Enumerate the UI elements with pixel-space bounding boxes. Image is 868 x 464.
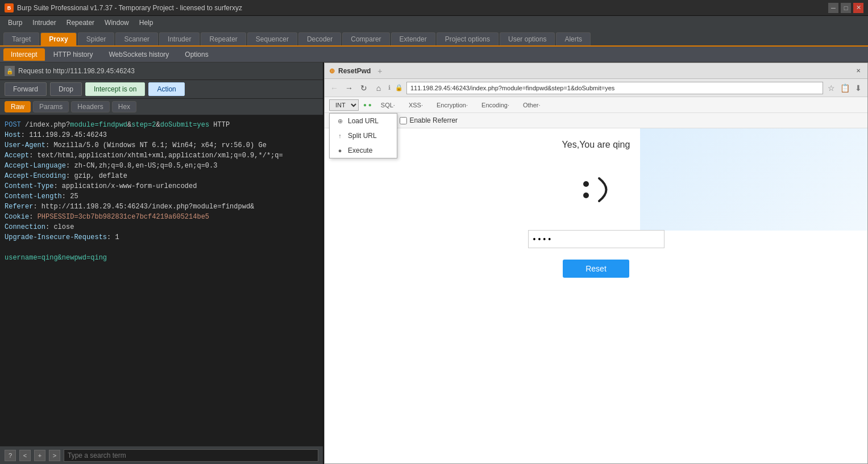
tab-proxy[interactable]: Proxy <box>40 32 76 45</box>
sqlmap-encryption-button[interactable]: Encryption· <box>432 101 472 110</box>
tab-extender[interactable]: Extender <box>391 32 435 45</box>
page-message: Yes,You are qing <box>562 140 630 150</box>
nav-separator: ℹ <box>388 84 391 91</box>
context-menu-execute[interactable]: ● Execute <box>330 143 397 158</box>
execute-icon: ● <box>335 146 344 155</box>
tab-comparer[interactable]: Comparer <box>342 32 389 45</box>
nav-home-button[interactable]: ⌂ <box>372 82 385 94</box>
intercept-toggle-button[interactable]: Intercept is on <box>85 82 145 96</box>
action-button[interactable]: Action <box>148 82 184 96</box>
search-add-button[interactable]: + <box>34 450 45 461</box>
context-menu-load-url[interactable]: ⊕ Load URL <box>330 114 397 128</box>
sqlmap-sql-button[interactable]: SQL· <box>376 101 400 110</box>
title-bar-controls[interactable]: ─ □ ✕ <box>828 3 863 13</box>
tab-spider[interactable]: Spider <box>78 32 115 45</box>
enable-referrer-label: Enable Referrer <box>409 116 458 124</box>
tab-intruder[interactable]: Intruder <box>159 32 200 45</box>
menu-window[interactable]: Window <box>100 18 134 28</box>
sqlmap-xss-button[interactable]: XSS· <box>404 101 427 110</box>
face-svg <box>574 167 619 212</box>
editor-tab-hex[interactable]: Hex <box>112 101 136 112</box>
browser-title-controls: ✕ <box>854 66 863 76</box>
request-line-3: User-Agent: Mozilla/5.0 (Windows NT 6.1;… <box>5 140 318 151</box>
nav-back-button[interactable]: ← <box>328 82 340 94</box>
address-bar[interactable] <box>406 82 823 94</box>
nav-bookmark-button[interactable]: 📋 <box>839 82 850 94</box>
request-url-label: Request to http://111.198.29.45:46243 <box>18 67 135 75</box>
editor-tab-headers[interactable]: Headers <box>71 101 109 112</box>
browser-close-button[interactable]: ✕ <box>854 66 863 76</box>
sad-face-icon <box>574 167 619 219</box>
request-line-12: Upgrade-Insecure-Requests: 1 <box>5 232 318 243</box>
request-line-7: Content-Type: application/x-www-form-url… <box>5 181 318 191</box>
forward-button[interactable]: Forward <box>5 82 47 96</box>
menu-repeater[interactable]: Repeater <box>62 18 99 28</box>
context-menu-execute-label: Execute <box>348 147 372 154</box>
tab-user-options[interactable]: User options <box>500 32 555 45</box>
app-icon: B <box>5 3 14 12</box>
browser-favicon: ⊕ <box>329 67 335 75</box>
search-prev-button[interactable]: < <box>19 450 31 461</box>
browser-content: Yes,You are qing Reset <box>325 128 867 463</box>
context-menu-split-url-label: Split URL <box>348 132 377 140</box>
request-line-14: username=qing&newpwd=qing <box>5 253 318 263</box>
request-line-9: Referer: http://111.198.29.45:46243/inde… <box>5 202 318 212</box>
sub-tab-websockets-history[interactable]: WebSockets history <box>102 48 177 61</box>
nav-download-button[interactable]: ⬇ <box>853 82 864 94</box>
load-url-icon: ⊕ <box>335 116 344 126</box>
menu-intruder[interactable]: Intruder <box>28 18 60 28</box>
editor-tab-bar: Raw Params Headers Hex <box>0 99 323 115</box>
menu-help[interactable]: Help <box>135 18 158 28</box>
nav-refresh-button[interactable]: ↻ <box>358 82 370 94</box>
search-help-button[interactable]: ? <box>5 450 16 461</box>
tab-target[interactable]: Target <box>3 32 39 45</box>
request-line-5: Accept-Language: zh-CN,zh;q=0.8,en-US;q=… <box>5 161 318 171</box>
editor-tab-raw[interactable]: Raw <box>5 101 31 112</box>
tab-scanner[interactable]: Scanner <box>115 32 158 45</box>
context-menu: ⊕ Load URL ↑ Split URL ● Execute <box>329 113 397 158</box>
request-line-1: POST /index.php?module=findpwd&step=2&do… <box>5 120 318 130</box>
sub-tab-intercept[interactable]: Intercept <box>3 48 45 61</box>
svg-point-1 <box>583 193 589 198</box>
close-button[interactable]: ✕ <box>853 3 863 13</box>
nav-forward-button[interactable]: → <box>343 82 355 94</box>
browser-window: ⊕ ResetPwd + ✕ ← → ↻ ⌂ ℹ 🔒 ☆ 📋 ⬇ <box>324 62 868 464</box>
tab-alerts[interactable]: Alerts <box>556 32 591 45</box>
context-menu-split-url[interactable]: ↑ Split URL <box>330 128 397 143</box>
int-dropdown[interactable]: INT <box>329 99 359 111</box>
editor-tab-params[interactable]: Params <box>33 101 69 112</box>
drop-button[interactable]: Drop <box>50 82 82 96</box>
green-dot-icon: ● ● <box>363 102 372 108</box>
sqlmap-encoding-button[interactable]: Encoding· <box>477 101 514 110</box>
reset-button[interactable]: Reset <box>563 260 629 278</box>
window-title: Burp Suite Professional v1.7.37 - Tempor… <box>17 4 242 12</box>
browser-nav-bar: ← → ↻ ⌂ ℹ 🔒 ☆ 📋 ⬇ <box>325 79 867 97</box>
enable-bar: Enable Post data Enable Referrer <box>325 113 867 128</box>
sqlmap-other-button[interactable]: Other· <box>518 101 545 110</box>
main-tab-bar: Target Proxy Spider Scanner Intruder Rep… <box>0 30 868 47</box>
main-content: 🔒 Request to http://111.198.29.45:46243 … <box>0 62 868 464</box>
search-input[interactable] <box>64 449 318 462</box>
search-next-button[interactable]: > <box>49 450 60 461</box>
sub-tab-http-history[interactable]: HTTP history <box>46 48 101 61</box>
nav-star-button[interactable]: ☆ <box>825 82 837 94</box>
tab-decoder[interactable]: Decoder <box>298 32 341 45</box>
menu-burp[interactable]: Burp <box>3 18 27 28</box>
request-body: POST /index.php?module=findpwd&step=2&do… <box>0 115 323 446</box>
request-line-11: Connection: close <box>5 222 318 232</box>
split-url-icon: ↑ <box>335 131 344 140</box>
title-bar: B Burp Suite Professional v1.7.37 - Temp… <box>0 0 868 16</box>
browser-new-tab-button[interactable]: + <box>377 66 382 76</box>
maximize-button[interactable]: □ <box>841 3 851 13</box>
lock-icon: 🔒 <box>5 66 15 76</box>
menu-bar: Burp Intruder Repeater Window Help <box>0 16 868 30</box>
tab-sequencer[interactable]: Sequencer <box>247 32 297 45</box>
minimize-button[interactable]: ─ <box>828 3 838 13</box>
tab-project-options[interactable]: Project options <box>437 32 499 45</box>
tab-repeater[interactable]: Repeater <box>201 32 246 45</box>
enable-referrer-checkbox[interactable] <box>400 117 407 124</box>
context-menu-load-url-label: Load URL <box>348 117 379 125</box>
sub-tab-options[interactable]: Options <box>177 48 215 61</box>
request-line-13 <box>5 243 318 253</box>
password-input[interactable] <box>528 230 665 248</box>
